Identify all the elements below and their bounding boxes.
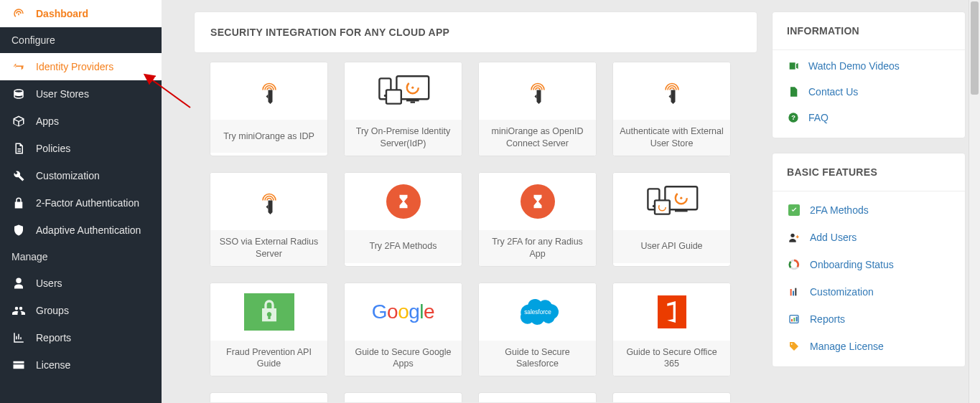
card-fingerprint-icon [210,173,327,230]
sidebar-item-label: Groups [36,305,69,316]
sidebar-item-2fa[interactable]: 2-Factor Authentication [0,189,162,217]
card-label: Authenticate with External User Store [613,120,730,156]
card-fraud-prevention[interactable]: Fraud Prevention API Guide [210,283,328,377]
link-onboarding-status[interactable]: Onboarding Status [787,259,951,270]
card-try-2fa-methods[interactable]: Try 2FA Methods [344,172,462,267]
link-label: Customization [810,286,874,298]
card-salesforce[interactable]: salesforce Guide to Secure Salesforce [478,283,597,377]
link-label: Contact Us [808,86,858,98]
card-office365[interactable]: Guide to Secure Office 365 [612,283,731,377]
link-2fa-methods[interactable]: 2FA Methods [787,204,951,216]
sidebar-item-reports[interactable]: Reports [0,324,162,351]
card-placeholder [344,392,462,402]
sidebar-section-manage: Manage [0,244,162,270]
sidebar-item-label: Customization [36,170,100,181]
card-openid-connect[interactable]: miniOrange as OpenID Connect Server [478,62,597,156]
report-icon [787,313,801,325]
svg-rect-15 [655,200,670,214]
card-label: Try On-Premise Identity Server(IdP) [345,120,462,156]
link-watch-demo[interactable]: Watch Demo Videos [787,60,951,72]
card-icon [11,359,26,371]
card-placeholder [210,392,328,402]
swap-icon [11,60,26,73]
video-icon [787,60,800,72]
card-label: Guide to Secure Salesforce [479,341,596,376]
sidebar-item-label: Users [36,278,62,289]
card-label: Try miniOrange as IDP [210,120,327,153]
gauge-icon [11,7,26,20]
sidebar-item-apps[interactable]: Apps [0,108,162,135]
card-devices-icon [345,62,462,120]
card-fingerprint-icon [479,62,596,120]
svg-rect-10 [675,209,688,212]
svg-rect-27 [791,319,793,321]
svg-rect-3 [410,101,414,103]
bars-icon [787,286,801,298]
help-icon: ? [787,112,800,123]
link-reports[interactable]: Reports [787,313,951,325]
svg-rect-25 [795,288,796,296]
card-label: Try 2FA Methods [345,230,462,263]
sidebar-item-label: Reports [36,332,71,343]
link-label: FAQ [808,112,829,123]
sidebar-item-adaptive-auth[interactable]: Adaptive Authentication [0,217,162,244]
link-customization[interactable]: Customization [787,286,951,298]
card-salesforce-logo: salesforce [479,283,596,341]
sidebar-item-policies[interactable]: Policies [0,135,162,162]
svg-point-5 [411,87,414,89]
sidebar-item-license[interactable]: License [0,351,162,379]
card-label: User API Guide [613,230,730,263]
sidebar-item-label: Dashboard [36,8,88,19]
card-google-apps[interactable]: Google Guide to Secure Google Apps [344,283,462,377]
link-label: Add Users [810,232,857,243]
card-onpremise-identity-server[interactable]: Try On-Premise Identity Server(IdP) [344,62,462,156]
card-devices-icon [613,173,730,230]
link-faq[interactable]: ? FAQ [787,112,951,123]
svg-rect-2 [406,99,419,101]
cube-icon [11,115,26,128]
card-sso-external-radius[interactable]: SSO via External Radius Server [210,172,328,267]
user-icon [11,277,26,290]
wrench-icon [11,169,26,182]
security-integration-panel: SECURITY INTEGRATION FOR ANY CLOUD APP [194,11,757,53]
user-plus-icon [787,232,801,243]
basic-features-panel: BASIC FEATURES 2FA Methods Add Users Onb… [772,153,966,367]
users-icon [11,304,26,317]
sidebar: Dashboard Configure Identity Providers U… [0,0,162,403]
link-add-users[interactable]: Add Users [787,232,951,243]
link-label: 2FA Methods [810,204,869,216]
card-placeholder [612,392,731,402]
sidebar-item-label: Adaptive Authentication [36,224,141,236]
tag-icon [787,341,801,352]
card-label: miniOrange as OpenID Connect Server [479,120,596,156]
panel-title: SECURITY INTEGRATION FOR ANY CLOUD APP [195,12,757,52]
card-user-api-guide[interactable]: User API Guide [612,172,731,267]
svg-point-12 [680,196,682,199]
card-2fa-radius-app[interactable]: Try 2FA for any Radius App [478,172,597,267]
sidebar-item-customization[interactable]: Customization [0,162,162,189]
scrollbar[interactable] [969,0,980,403]
sidebar-item-user-stores[interactable]: User Stores [0,80,162,108]
sidebar-item-identity-providers[interactable]: Identity Providers [0,53,162,80]
sidebar-item-dashboard[interactable]: Dashboard [0,0,162,27]
svg-rect-23 [790,289,792,295]
progress-ring-icon [787,259,801,270]
link-label: Onboarding Status [810,259,894,270]
database-icon [11,87,26,100]
card-label: Fraud Prevention API Guide [210,341,327,376]
svg-text:salesforce: salesforce [524,309,551,316]
svg-point-21 [790,234,794,237]
card-fingerprint-icon [613,62,730,120]
svg-text:?: ? [791,114,795,121]
link-contact-us[interactable]: Contact Us [787,86,951,98]
card-hourglass-icon [479,173,596,230]
link-manage-license[interactable]: Manage License [787,341,951,352]
card-try-miniorange-idp[interactable]: Try miniOrange as IDP [210,62,328,156]
panel-title: INFORMATION [773,12,965,50]
sidebar-item-users[interactable]: Users [0,270,162,297]
link-label: Manage License [810,341,884,352]
card-external-user-store[interactable]: Authenticate with External User Store [612,62,731,156]
link-label: Reports [810,313,845,325]
card-google-logo: Google [345,283,462,341]
sidebar-item-groups[interactable]: Groups [0,297,162,324]
